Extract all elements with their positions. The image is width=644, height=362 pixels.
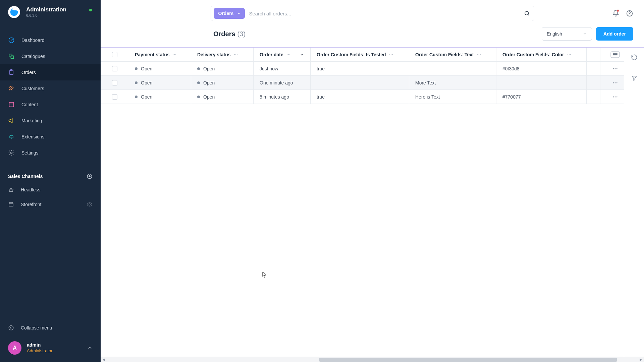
svg-point-42 [613,96,614,97]
cell-order-date: One minute ago [254,76,311,89]
scroll-right-icon[interactable]: ▶ [638,357,644,362]
col-payment-label: Payment status [135,52,169,57]
col-order-date[interactable]: Order date [254,48,311,61]
col-menu-icon[interactable] [477,52,481,57]
svg-point-40 [615,82,616,83]
nav-extensions[interactable]: Extensions [0,129,101,145]
svg-point-31 [480,54,481,55]
cell-is-tested [311,76,409,89]
col-menu-icon[interactable] [172,52,177,57]
cell-is-tested: true [311,62,409,75]
col-menu-icon[interactable] [233,52,238,57]
megaphone-icon [8,117,15,124]
orders-grid-wrap: Payment status Delivery status Order dat… [101,48,644,362]
table-row[interactable]: Open Open 5 minutes ago true Here is Tex… [101,90,644,104]
col-text[interactable]: Order Custom Fields: Text [409,48,496,61]
cell-spacer [586,90,600,104]
language-select[interactable]: English [542,27,592,41]
col-menu-icon[interactable] [567,52,572,57]
orders-grid-scroll[interactable]: Payment status Delivery status Order dat… [101,48,644,362]
page-header-actions: English Add order [542,27,633,41]
page-header: Orders (3) English Add order [101,27,644,47]
col-delivery-status[interactable]: Delivery status [191,48,254,61]
help-icon [626,10,633,17]
horizontal-scrollbar[interactable]: ◀ ▶ [101,357,644,362]
sort-desc-icon[interactable] [300,52,304,57]
svg-point-17 [173,54,173,55]
row-select[interactable] [101,90,129,104]
header-select-all[interactable] [101,48,129,61]
nav-content-label: Content [21,102,38,107]
nav-catalogues[interactable]: Catalogues [0,48,101,64]
table-row[interactable]: Open Open One minute ago More Text [101,76,644,90]
col-menu-icon[interactable] [286,52,291,57]
main: Orders Orders (3) English [101,0,644,362]
checkbox-icon[interactable] [112,94,117,100]
add-order-button[interactable]: Add order [596,27,633,41]
user-menu[interactable]: A admin Administrator [0,336,101,362]
search-box[interactable]: Orders [211,6,534,21]
add-channel-icon[interactable] [87,173,93,179]
search-scope-chip[interactable]: Orders [214,8,245,19]
eye-icon[interactable] [87,201,93,207]
col-is-tested[interactable]: Order Custom Fields: Is Tested [311,48,409,61]
col-payment-status[interactable]: Payment status [129,48,191,61]
svg-point-10 [11,152,12,154]
nav-content[interactable]: Content [0,97,101,113]
row-select[interactable] [101,62,129,75]
checkbox-icon[interactable] [112,80,117,85]
help-button[interactable] [626,10,633,17]
cell-payment-status: Open [129,90,191,104]
row-select[interactable] [101,76,129,89]
channel-headless[interactable]: Headless [0,182,101,197]
col-menu-icon[interactable] [389,52,393,57]
status-dot-icon [135,81,138,84]
avatar: A [8,341,21,355]
filter-button[interactable] [631,74,638,82]
nav-dashboard[interactable]: Dashboard [0,32,101,48]
svg-point-38 [616,68,618,69]
cell-color: #0f30d8 [496,62,586,75]
users-icon [8,85,15,92]
col-color-label: Order Custom Fields: Color [502,52,564,57]
nav-customers[interactable]: Customers [0,80,101,97]
svg-point-28 [392,54,393,55]
scroll-track[interactable] [107,358,638,362]
checkbox-icon[interactable] [112,52,117,57]
search-input[interactable] [249,11,520,16]
scroll-left-icon[interactable]: ◀ [101,357,107,362]
nav-settings[interactable]: Settings [0,145,101,161]
nav-customers-label: Customers [21,86,44,91]
svg-point-16 [629,15,630,15]
svg-point-25 [289,54,290,55]
svg-point-7 [12,87,13,88]
svg-point-14 [525,11,529,15]
grid-header-row: Payment status Delivery status Order dat… [101,48,644,62]
collapse-icon [8,325,14,331]
notifications-button[interactable] [612,9,620,17]
checkbox-icon[interactable] [112,66,117,71]
scroll-thumb[interactable] [319,358,617,362]
main-nav: Dashboard Catalogues Orders Customers Co… [0,32,101,161]
svg-point-43 [615,96,616,97]
box-icon [8,53,15,60]
nav-marketing[interactable]: Marketing [0,113,101,129]
svg-point-44 [616,96,618,97]
cell-delivery-status: Open [191,76,254,89]
brand-version: 6.6.3.0 [26,13,66,17]
search-icon[interactable] [524,10,530,16]
brand-logo[interactable] [8,6,20,18]
nav-orders[interactable]: Orders [0,64,101,80]
svg-point-12 [89,204,91,205]
table-row[interactable]: Open Open Just now true #0f30d8 [101,62,644,76]
collapse-menu[interactable]: Collapse menu [0,320,101,336]
connection-status-dot [89,9,92,11]
cell-text: Here is Text [409,90,496,104]
refresh-button[interactable] [631,54,638,61]
cell-spacer [586,76,600,89]
col-color[interactable]: Order Custom Fields: Color [496,48,586,61]
layout-icon [8,101,15,108]
svg-point-21 [235,54,236,55]
channel-storefront[interactable]: Storefront [0,197,101,212]
payment-value: Open [141,80,152,85]
